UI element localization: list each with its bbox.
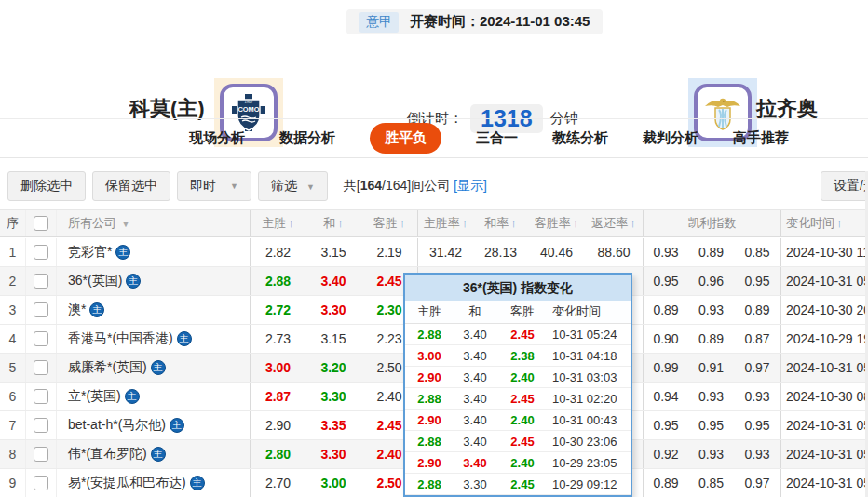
company-name[interactable]: 澳* xyxy=(68,302,86,318)
header-payout-rate[interactable]: 返还率↑ xyxy=(585,215,643,232)
teams-header: 科莫(主) COMO 1907 倒计时： 1318 分钟 xyxy=(0,37,868,117)
sort-up-icon: ↑ xyxy=(400,216,406,230)
keep-selected-button[interactable]: 保留选中 xyxy=(92,171,170,201)
company-cell[interactable]: 竞彩官*主 xyxy=(56,238,250,266)
delete-selected-button[interactable]: 删除选中 xyxy=(7,171,86,201)
tab-裁判分析[interactable]: 裁判分析 xyxy=(643,129,698,147)
row-checkbox[interactable] xyxy=(34,274,48,289)
odds-cell[interactable]: 3.30 xyxy=(305,389,361,404)
company-name[interactable]: 威廉希*(英国) xyxy=(68,359,147,376)
kelly-cell: 0.93 xyxy=(734,389,780,404)
company-name[interactable]: bet-at-h*(马尔他) xyxy=(68,417,166,434)
tab-数据分析[interactable]: 数据分析 xyxy=(279,129,335,147)
settings-button[interactable]: 设置/选 xyxy=(821,171,868,201)
live-dropdown[interactable]: 即时 ▼ xyxy=(177,171,251,201)
analysis-tabs: 现场分析数据分析胜平负三合一教练分析裁判分析高手推荐 xyxy=(0,118,868,158)
company-cell[interactable]: 澳*主 xyxy=(56,296,250,324)
row-checkbox[interactable] xyxy=(34,447,48,462)
odds-cell[interactable]: 2.73 xyxy=(250,325,305,353)
company-cell[interactable]: 威廉希*(英国)主 xyxy=(56,354,250,382)
row-checkbox[interactable] xyxy=(34,476,48,490)
kelly-cell: 0.85 xyxy=(734,245,780,260)
company-cell[interactable]: 易*(安提瓜和巴布达)主 xyxy=(56,469,250,497)
odds-cell[interactable]: 3.00 xyxy=(305,476,361,490)
odds-cell[interactable]: 2.70 xyxy=(250,469,305,497)
company-cell[interactable]: bet-at-h*(马尔他)主 xyxy=(56,411,250,439)
main-company-badge: 主 xyxy=(190,476,205,490)
odds-cell[interactable]: 2.19 xyxy=(361,245,417,260)
popup-row: 2.883.302.4510-29 09:12 xyxy=(405,474,631,495)
popup-time-cell: 10-31 04:18 xyxy=(549,349,631,363)
company-name[interactable]: 易*(安提瓜和巴布达) xyxy=(68,475,186,491)
odds-cell[interactable]: 2.72 xyxy=(250,296,305,324)
kelly-cell: 0.96 xyxy=(688,274,734,289)
popup-odds-cell: 2.88 xyxy=(405,392,454,406)
odds-cell[interactable]: 3.40 xyxy=(305,274,361,289)
odds-cell[interactable]: 3.35 xyxy=(305,418,361,433)
company-cell[interactable]: 36*(英国)主 xyxy=(56,267,250,295)
odds-cell[interactable]: 3.00 xyxy=(250,354,305,382)
company-name[interactable]: 立*(英国) xyxy=(68,388,121,405)
sort-up-icon: ↑ xyxy=(510,216,517,230)
odds-cell[interactable]: 2.82 xyxy=(250,238,305,266)
odds-cell[interactable]: 3.30 xyxy=(305,447,361,462)
sort-up-icon: ↑ xyxy=(337,216,344,230)
kelly-cell: 0.93 xyxy=(688,447,734,462)
tab-现场分析[interactable]: 现场分析 xyxy=(189,129,245,147)
odds-cell[interactable]: 3.15 xyxy=(305,331,361,346)
header-away-rate[interactable]: 客胜率↑ xyxy=(528,215,585,232)
odds-cell[interactable]: 3.30 xyxy=(305,302,361,317)
tab-胜平负[interactable]: 胜平负 xyxy=(370,123,441,154)
company-name[interactable]: 伟*(直布罗陀) xyxy=(68,446,147,463)
row-seq: 9 xyxy=(0,476,25,490)
row-checkbox[interactable] xyxy=(34,302,48,317)
odds-cell[interactable]: 3.15 xyxy=(305,245,361,260)
filter-dropdown[interactable]: 筛选 ▼ xyxy=(258,171,328,201)
header-home-rate[interactable]: 主胜率↑ xyxy=(417,210,473,236)
company-cell[interactable]: 香港马*(中国香港)主 xyxy=(56,325,250,353)
tab-高手推荐[interactable]: 高手推荐 xyxy=(733,129,789,147)
popup-odds-cell: 2.88 xyxy=(405,435,454,449)
popup-odds-cell: 3.40 xyxy=(454,413,496,427)
company-cell[interactable]: 立*(英国)主 xyxy=(56,383,250,410)
row-checkbox[interactable] xyxy=(34,360,48,375)
company-name[interactable]: 香港马*(中国香港) xyxy=(68,330,173,347)
show-link[interactable]: [显示] xyxy=(454,178,487,193)
header-home-odds[interactable]: 主胜↑ xyxy=(250,210,305,236)
tab-三合一[interactable]: 三合一 xyxy=(476,129,518,147)
row-checkbox[interactable] xyxy=(34,245,48,260)
header-company-label: 所有公司 xyxy=(68,215,116,232)
odds-cell[interactable]: 2.80 xyxy=(250,440,305,468)
popup-odds-cell: 2.90 xyxy=(405,370,454,384)
popup-header-1: 和 xyxy=(454,303,496,320)
popup-header: 主胜和客胜变化时间 xyxy=(405,301,631,324)
odds-cell[interactable]: 2.88 xyxy=(250,267,305,295)
row-seq: 6 xyxy=(0,389,25,404)
kelly-cell: 0.95 xyxy=(734,274,780,289)
header-change-time[interactable]: 变化时间↑ xyxy=(780,210,868,236)
header-draw-rate[interactable]: 和率↑ xyxy=(473,215,528,232)
kelly-cell: 0.95 xyxy=(643,411,688,439)
tab-教练分析[interactable]: 教练分析 xyxy=(552,129,608,147)
odds-cell[interactable]: 2.87 xyxy=(250,383,305,410)
odds-cell[interactable]: 2.90 xyxy=(250,411,305,439)
popup-row: 2.883.402.4510-31 05:24 xyxy=(405,324,631,345)
company-name[interactable]: 竞彩官* xyxy=(68,244,112,261)
header-draw-odds[interactable]: 和↑ xyxy=(305,215,361,232)
chevron-down-icon: ▼ xyxy=(306,182,315,192)
popup-odds-cell: 3.00 xyxy=(405,349,454,363)
header-company[interactable]: 所有公司 ▼ xyxy=(56,210,250,236)
popup-odds-cell: 3.40 xyxy=(454,328,496,342)
popup-header-0: 主胜 xyxy=(405,303,454,320)
header-away-odds[interactable]: 客胜↑ xyxy=(361,215,417,232)
row-checkbox[interactable] xyxy=(34,418,48,433)
row-checkbox[interactable] xyxy=(34,331,48,346)
league-badge[interactable]: 意甲 xyxy=(359,12,399,33)
company-name[interactable]: 36*(英国) xyxy=(68,273,122,289)
company-cell[interactable]: 伟*(直布罗陀)主 xyxy=(56,440,250,468)
odds-cell[interactable]: 3.20 xyxy=(305,360,361,375)
select-all-checkbox[interactable] xyxy=(34,216,48,231)
change-time-cell: 2024-10-30 20:25 xyxy=(780,296,868,324)
row-checkbox[interactable] xyxy=(34,389,48,404)
match-info-bar: 意甲 开赛时间：2024-11-01 03:45 xyxy=(346,9,603,34)
